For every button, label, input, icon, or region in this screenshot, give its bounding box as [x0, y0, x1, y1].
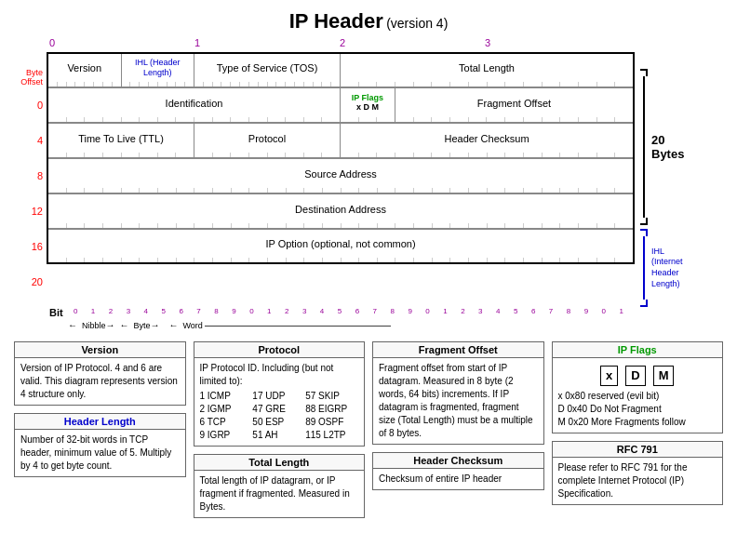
diagram: ByteOffset 0 4 8 12 16 20 Version IHL (	[14, 52, 723, 307]
offset-0: 0	[14, 87, 47, 123]
flag-m-desc: M 0x20 More Fragments follow	[558, 416, 717, 429]
cell-version-label: Version	[48, 54, 121, 82]
row-3: Source Address	[48, 158, 633, 193]
cell-ihl-ticks	[122, 82, 194, 87]
info-box-protocol-title: Protocol	[194, 342, 365, 358]
ip-flags-demo: x D M	[558, 366, 717, 386]
info-box-header-length-title: Header Length	[15, 414, 185, 430]
cell-total-length-ticks	[341, 82, 633, 87]
cell-header-checksum: Header Checksum	[341, 124, 633, 157]
cell-source-ticks	[48, 188, 633, 193]
info-box-ip-flags-title: IP Flags	[553, 342, 723, 358]
info-box-header-checksum-content: Checksum of entire IP header	[373, 469, 543, 489]
info-col-4: IP Flags x D M x 0x80 reserved (evil bit…	[552, 341, 724, 526]
cell-fragment-offset-label: Fragment Offset	[395, 88, 633, 117]
cell-dest: Destination Address	[48, 194, 633, 228]
ruler-2: 2	[340, 37, 345, 48]
ip-flags-bits: x D M	[356, 102, 379, 112]
info-box-protocol-content: IP Protocol ID. Including (but not limit…	[194, 358, 365, 446]
cell-tos-label: Type of Service (TOS)	[194, 54, 340, 82]
twenty-bytes-brace: 20 Bytes	[640, 69, 684, 225]
info-box-rfc791-title: RFC 791	[553, 442, 723, 458]
row-4: Destination Address	[48, 193, 633, 229]
word-label: Word	[183, 321, 203, 330]
cell-total-length-label: Total Length	[341, 54, 633, 82]
flag-x: x	[600, 366, 618, 386]
offset-20: 20	[14, 264, 47, 300]
cell-identification-ticks	[48, 117, 340, 122]
right-annotations: 20 Bytes IHL(InternetHeaderLength)	[635, 52, 723, 307]
cell-tos-ticks	[194, 82, 340, 87]
info-box-header-checksum: Header Checksum Checksum of entire IP he…	[372, 452, 544, 490]
cell-ihl: IHL (HeaderLength)	[122, 54, 195, 87]
ruler-0: 0	[49, 37, 55, 48]
info-box-total-length-content: Total length of IP datagram, or IP fragm…	[194, 471, 365, 517]
cell-total-length: Total Length	[341, 54, 633, 87]
header-rows: Version IHL (HeaderLength) Type of Servi…	[47, 52, 635, 264]
info-box-rfc791-content: Please refer to RFC 791 for the complete…	[553, 458, 723, 504]
twenty-bytes-label: 20 Bytes	[651, 133, 684, 161]
cell-ip-flags: IP Flags x D M	[341, 88, 395, 122]
flag-d: D	[625, 366, 645, 386]
flag-x-desc: x 0x80 reserved (evil bit)	[558, 390, 717, 403]
ip-flags-title: IP Flags	[352, 94, 383, 103]
cell-identification-label: Identification	[48, 88, 340, 117]
cell-identification: Identification	[48, 88, 341, 122]
info-col-2: Protocol IP Protocol ID. Including (but …	[194, 341, 366, 526]
cell-tos: Type of Service (TOS)	[194, 54, 341, 87]
info-box-fragment-offset-content: Fragment offset from start of IP datagra…	[373, 358, 543, 444]
page-subtitle: (version 4)	[386, 16, 448, 31]
cell-header-checksum-label: Header Checksum	[341, 124, 633, 153]
row-2: Time To Live (TTL) Protocol Header Check…	[48, 123, 633, 158]
row-0: Version IHL (HeaderLength) Type of Servi…	[48, 52, 633, 87]
offset-12: 12	[14, 193, 47, 229]
info-box-protocol: Protocol IP Protocol ID. Including (but …	[194, 341, 366, 447]
nibble-label: Nibble	[82, 321, 106, 330]
info-box-fragment-offset-title: Fragment Offset	[373, 342, 543, 358]
row-5: IP Option (optional, not common)	[48, 229, 633, 264]
cell-option: IP Option (optional, not common)	[48, 230, 633, 262]
nibble-byte-word-row: ← Nibble → ← Byte → ← Word —————————————…	[68, 320, 630, 330]
flag-m: M	[653, 366, 675, 386]
cell-ttl-ticks	[48, 153, 194, 157]
ihl-brace: IHL(InternetHeaderLength)	[640, 229, 683, 307]
bottom-ruler-area: Bit 0 1 2 3 4 5 6 7 8 9 0 1 2 3 4 5 6 7 …	[49, 307, 630, 330]
cell-dest-label: Destination Address	[48, 194, 633, 223]
cell-option-ticks	[48, 258, 633, 262]
ihl-text: IHL (HeaderLength)	[135, 58, 181, 78]
flag-d-desc: D 0x40 Do Not Fragment	[558, 403, 717, 416]
offset-4: 4	[14, 123, 47, 158]
cell-flags-ticks	[341, 117, 395, 122]
info-box-ip-flags-content: x D M x 0x80 reserved (evil bit) D 0x40 …	[553, 358, 723, 433]
byte-offset-column: ByteOffset 0 4 8 12 16 20	[14, 52, 47, 300]
cell-option-label: IP Option (optional, not common)	[48, 230, 633, 258]
cell-dest-ticks	[48, 223, 633, 228]
bit-label: Bit	[49, 307, 63, 318]
info-box-total-length-title: Total Length	[194, 455, 365, 471]
offset-16: 16	[14, 229, 47, 264]
offset-8: 8	[14, 158, 47, 193]
ruler-3: 3	[485, 37, 490, 48]
cell-protocol-ticks	[194, 153, 340, 157]
ruler-1: 1	[194, 37, 200, 48]
info-box-version: Version Version of IP Protocol. 4 and 6 …	[14, 341, 186, 406]
info-box-version-title: Version	[15, 342, 185, 358]
cell-ttl: Time To Live (TTL)	[48, 124, 194, 157]
bit-numbers-row: 0 1 2 3 4 5 6 7 8 9 0 1 2 3 4 5 6 7 8 9	[67, 307, 630, 318]
byte-offset-label: ByteOffset	[14, 69, 47, 87]
protocol-list: 1 ICMP17 UDP57 SKIP 2 IGMP47 GRE88 EIGRP…	[200, 390, 359, 442]
top-ruler: 0 1 2 3	[49, 37, 630, 50]
info-box-rfc791: RFC 791 Please refer to RFC 791 for the …	[552, 441, 724, 505]
info-col-1: Version Version of IP Protocol. 4 and 6 …	[14, 341, 186, 526]
page: IP Header (version 4) 0 1 2 3 ByteOffset…	[0, 0, 737, 535]
cell-fragment-ticks	[395, 117, 633, 122]
page-title: IP Header	[289, 9, 383, 33]
info-col-3: Fragment Offset Fragment offset from sta…	[372, 341, 544, 526]
info-box-header-checksum-title: Header Checksum	[373, 453, 543, 469]
info-box-fragment-offset: Fragment Offset Fragment offset from sta…	[372, 341, 544, 445]
info-box-total-length: Total Length Total length of IP datagram…	[194, 454, 366, 518]
ihl-brace-label: IHL(InternetHeaderLength)	[651, 247, 683, 290]
info-box-ip-flags: IP Flags x D M x 0x80 reserved (evil bit…	[552, 341, 724, 433]
cell-ip-flags-label: IP Flags x D M	[341, 88, 395, 117]
cell-ihl-label: IHL (HeaderLength)	[122, 54, 194, 82]
